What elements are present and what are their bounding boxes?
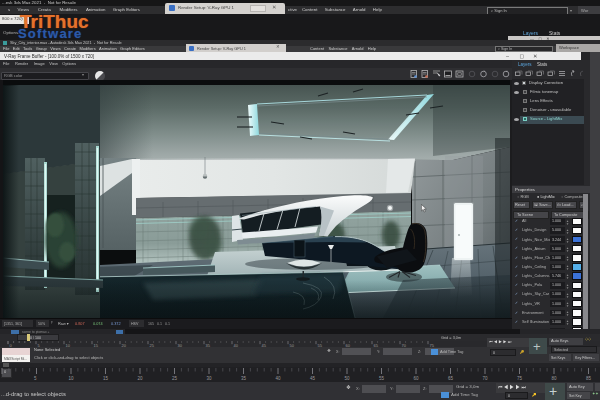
- svg-text:75: 75: [517, 376, 523, 381]
- svg-text:5: 5: [34, 376, 37, 381]
- svg-text:50: 50: [345, 376, 351, 381]
- svg-text:15: 15: [103, 376, 109, 381]
- svg-text:70: 70: [483, 376, 489, 381]
- svg-text:55: 55: [379, 376, 385, 381]
- svg-text:10: 10: [69, 376, 75, 381]
- svg-text:85: 85: [586, 376, 592, 381]
- svg-text:65: 65: [448, 376, 454, 381]
- svg-text:20: 20: [138, 376, 144, 381]
- svg-text:40: 40: [276, 376, 282, 381]
- svg-text:25: 25: [172, 376, 178, 381]
- svg-text:80: 80: [552, 376, 558, 381]
- svg-text:45: 45: [310, 376, 316, 381]
- svg-text:60: 60: [414, 376, 420, 381]
- svg-text:35: 35: [241, 376, 247, 381]
- svg-text:30: 30: [207, 376, 213, 381]
